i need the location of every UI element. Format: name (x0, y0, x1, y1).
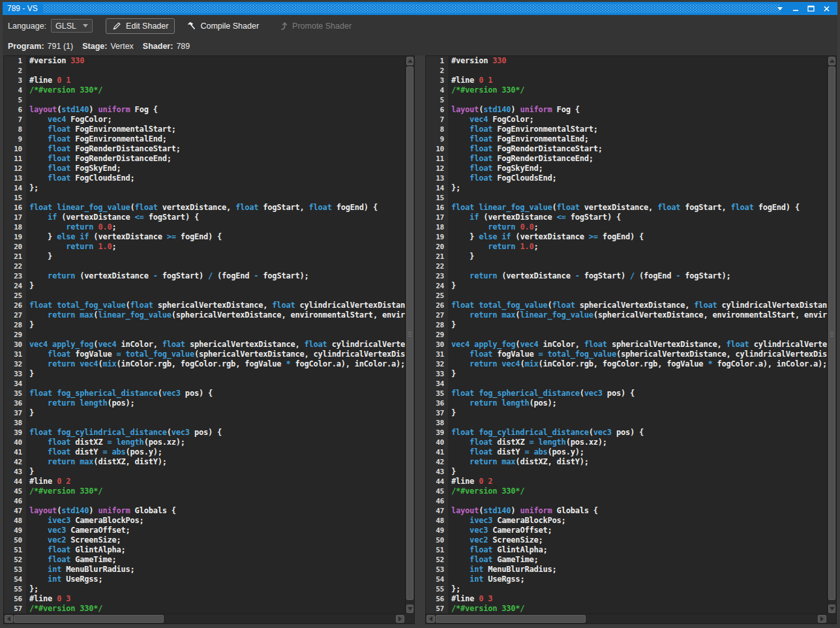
code-line-text: /*#version 330*/ (26, 486, 102, 496)
line-number: 1 (426, 56, 448, 66)
code-area[interactable]: 1#version 33023#line 0 14/*#version 330*… (426, 56, 827, 614)
line-number: 21 (4, 252, 26, 262)
code-line: 13 float FogCloudsEnd; (4, 173, 405, 183)
line-number: 56 (4, 594, 26, 604)
line-number: 18 (4, 222, 26, 232)
line-number: 28 (426, 320, 448, 330)
code-line: 7 vec4 FogColor; (4, 115, 405, 125)
line-number: 17 (426, 213, 448, 222)
code-line: 20 return 1.0; (4, 242, 405, 252)
code-line-text: float fog_cylindrical_distance(vec3 pos)… (26, 428, 222, 438)
scroll-right-button[interactable] (396, 615, 404, 623)
line-number: 29 (4, 330, 26, 340)
code-line-text: int UseRgss; (26, 575, 102, 584)
line-number: 34 (4, 379, 26, 389)
code-line: 3#line 0 1 (426, 76, 827, 85)
horizontal-scrollbar[interactable] (426, 614, 827, 623)
line-number: 9 (4, 134, 26, 144)
close-button[interactable] (821, 3, 832, 14)
code-line: 36 return length(pos); (426, 398, 827, 408)
code-line: 44#line 0 2 (4, 477, 405, 486)
code-line-text: /*#version 330*/ (26, 604, 102, 614)
code-line: 48 ivec3 CameraBlockPos; (4, 516, 405, 526)
triangle-down-icon (830, 607, 835, 610)
code-line-text: /*#version 330*/ (448, 604, 524, 614)
vertical-scrollbar[interactable] (827, 56, 836, 614)
line-number: 40 (426, 438, 448, 447)
language-select[interactable]: GLSL (51, 19, 93, 33)
line-number: 29 (426, 330, 448, 340)
code-line: 12 float FogSkyEnd; (426, 164, 827, 173)
close-icon (823, 5, 830, 12)
code-line: 24} (426, 281, 827, 291)
minimize-button[interactable] (790, 3, 801, 14)
line-number: 54 (426, 575, 448, 584)
code-line-text: vec3 CameraOffset; (448, 526, 552, 535)
line-number: 23 (4, 271, 26, 281)
code-line: 46 (426, 496, 827, 506)
scrollbar-corner (405, 614, 414, 623)
promote-shader-button[interactable]: Promote Shader (273, 18, 357, 34)
code-line: 19 } else if (vertexDistance >= fogEnd) … (4, 232, 405, 242)
scroll-up-button[interactable] (406, 57, 413, 65)
scroll-down-button[interactable] (406, 605, 413, 613)
line-number: 36 (426, 398, 448, 408)
code-area[interactable]: 1#version 33023#line 0 14/*#version 330*… (4, 56, 405, 614)
code-line: 54 int UseRgss; (426, 575, 827, 584)
scroll-left-button[interactable] (5, 615, 13, 623)
vertical-scrollbar-thumb[interactable] (828, 67, 835, 600)
window-menu-button[interactable] (774, 3, 785, 14)
code-line-text: } (448, 281, 456, 291)
line-number: 44 (4, 477, 26, 486)
scroll-right-button[interactable] (818, 615, 826, 623)
code-line-text: return (vertexDistance - fogStart) / (fo… (26, 271, 309, 281)
code-line-text (26, 95, 29, 105)
code-line: 11 float FogRenderDistanceEnd; (426, 154, 827, 164)
code-line-text: return 1.0; (26, 242, 117, 252)
window-titlebar[interactable]: 789 - VS (3, 2, 837, 15)
code-line-text: #line 0 3 (26, 594, 70, 604)
triangle-left-icon (7, 616, 10, 621)
code-line: 42 return max(distXZ, distY); (4, 457, 405, 467)
scrollbar-corner (827, 614, 836, 623)
code-line: 16float linear_fog_value(float vertexDis… (426, 203, 827, 213)
edit-shader-button[interactable]: Edit Shader (106, 18, 175, 34)
scroll-down-button[interactable] (828, 605, 835, 613)
code-line-text (26, 379, 29, 389)
code-line-text: } (26, 369, 34, 379)
maximize-button[interactable] (805, 3, 817, 14)
code-line-text: } (26, 281, 34, 291)
scroll-up-button[interactable] (828, 57, 835, 65)
code-line-text: return 0.0; (448, 222, 539, 232)
code-line: 33} (4, 369, 405, 379)
line-number: 30 (426, 340, 448, 350)
code-line: 45/*#version 330*/ (4, 486, 405, 496)
triangle-right-icon (820, 616, 824, 621)
code-line: 52 float GameTime; (4, 555, 405, 565)
horizontal-scrollbar-thumb[interactable] (14, 615, 164, 623)
code-line: 4/*#version 330*/ (426, 85, 827, 95)
compile-shader-label: Compile Shader (200, 22, 259, 31)
horizontal-scrollbar[interactable] (4, 614, 405, 623)
code-line-text (26, 418, 29, 428)
vertical-scrollbar-thumb[interactable] (406, 67, 413, 600)
code-line: 39float fog_cylindrical_distance(vec3 po… (426, 428, 827, 438)
line-number: 34 (426, 379, 448, 389)
scroll-left-button[interactable] (427, 615, 435, 623)
code-line: 32 return vec4(mix(inColor.rgb, fogColor… (426, 359, 827, 369)
line-number: 52 (426, 555, 448, 565)
horizontal-scrollbar-thumb[interactable] (436, 615, 586, 623)
line-number: 25 (4, 291, 26, 301)
line-number: 55 (4, 584, 26, 594)
code-line: 32 return vec4(mix(inColor.rgb, fogColor… (4, 359, 405, 369)
code-line: 22 (426, 262, 827, 271)
line-number: 24 (4, 281, 26, 291)
code-line-text: float distXZ = length(pos.xz); (448, 438, 607, 447)
vertical-scrollbar[interactable] (405, 56, 414, 614)
compile-shader-button[interactable]: Compile Shader (180, 18, 265, 34)
line-number: 17 (4, 213, 26, 222)
code-line: 7 vec4 FogColor; (426, 115, 827, 125)
code-line: 57/*#version 330*/ (4, 604, 405, 614)
line-number: 19 (4, 232, 26, 242)
code-line-text: return max(distXZ, distY); (448, 457, 589, 467)
